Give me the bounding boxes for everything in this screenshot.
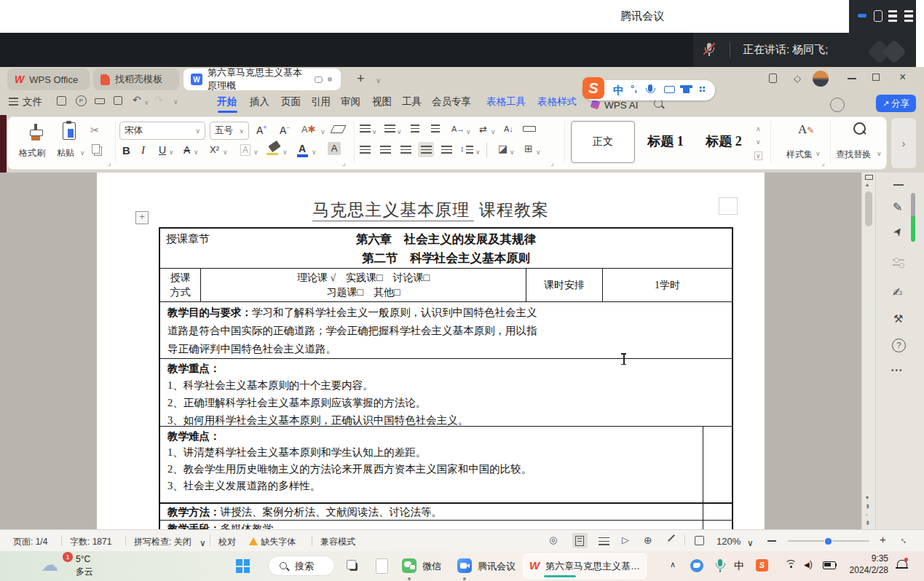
- select-cursor-icon[interactable]: ➤: [890, 224, 906, 240]
- menu-insert[interactable]: 插入: [250, 95, 269, 108]
- ruler-icon[interactable]: [523, 126, 536, 132]
- notification-bell-icon[interactable]: [897, 560, 907, 568]
- align-distribute-icon[interactable]: [441, 146, 452, 154]
- settings-sliders-icon[interactable]: [893, 258, 904, 266]
- menu-page[interactable]: 页面: [281, 95, 301, 108]
- redo-icon[interactable]: ↷: [154, 94, 163, 106]
- notepad-app-icon[interactable]: [376, 558, 388, 574]
- fullscreen-icon[interactable]: ↔: [898, 533, 912, 548]
- fit-page-icon[interactable]: [695, 536, 704, 545]
- ink-pen-icon[interactable]: [668, 534, 675, 542]
- bullet-list-icon[interactable]: [360, 125, 371, 133]
- task-view-icon[interactable]: [347, 560, 358, 572]
- skin-cube-icon[interactable]: ◇: [794, 73, 801, 84]
- tray-date[interactable]: 2024/2/28: [843, 565, 888, 575]
- status-missing-font[interactable]: 缺失字体: [261, 536, 296, 548]
- meeting-sidebar-toggle-icon[interactable]: [904, 10, 913, 22]
- wechat-label[interactable]: 微信: [422, 560, 441, 573]
- menu-table-tool[interactable]: 表格工具: [486, 95, 526, 108]
- tools-icon[interactable]: ⚒: [893, 312, 903, 325]
- menu-review[interactable]: 审阅: [341, 95, 360, 108]
- style-heading2-chip[interactable]: 标题 2: [696, 121, 751, 162]
- strikethrough-button[interactable]: A: [183, 144, 190, 156]
- document-canvas[interactable]: 马克思主义基本原理 课程教案 + 授课章节 第六章 社会主义的发展及其规律 第二…: [0, 173, 861, 529]
- wps-task-chip[interactable]: W 第六章马克思主义基本原: [523, 553, 647, 579]
- file-menu[interactable]: 文件: [23, 95, 42, 108]
- zoom-slider-thumb[interactable]: [824, 537, 832, 545]
- bold-button[interactable]: B: [122, 144, 130, 157]
- sort-direction-icon[interactable]: ⇄: [479, 124, 487, 135]
- paste-label[interactable]: 粘贴: [57, 147, 74, 159]
- font-size-select[interactable]: 五号∨: [210, 122, 249, 140]
- style-gallery-down-icon[interactable]: ∨: [756, 138, 761, 146]
- ime-punct-icon[interactable]: °,: [631, 83, 637, 94]
- search-pill[interactable]: 搜索: [268, 556, 335, 576]
- clipboard-launcher-icon[interactable]: ⌟: [108, 159, 111, 167]
- text-effect-icon[interactable]: A✱: [301, 124, 316, 135]
- ruler-toggle-icon[interactable]: [865, 175, 873, 180]
- zoom-value[interactable]: 120%: [716, 536, 741, 547]
- edit-pen-icon[interactable]: ✎: [893, 200, 902, 214]
- ime-mode-zh[interactable]: 中: [613, 84, 624, 98]
- next-page-icon[interactable]: ⇟: [865, 519, 871, 526]
- style-gallery-up-icon[interactable]: ∧: [756, 125, 761, 133]
- numbered-list-icon[interactable]: [384, 125, 395, 133]
- menu-view[interactable]: 视图: [372, 95, 392, 108]
- superscript-button[interactable]: X²: [210, 144, 219, 155]
- tray-expand-icon[interactable]: ∧: [670, 560, 676, 569]
- more-tools-icon[interactable]: •••: [891, 366, 904, 374]
- help-icon[interactable]: ?: [892, 339, 906, 352]
- italic-button[interactable]: I: [141, 144, 145, 157]
- tab-wps-home[interactable]: W WPS Office: [7, 68, 90, 90]
- meeting-app-icon[interactable]: [457, 558, 472, 573]
- tray-sogou-icon[interactable]: S: [756, 559, 768, 572]
- align-justify-icon[interactable]: [421, 146, 432, 154]
- eye-preview-icon[interactable]: ◎: [549, 534, 557, 545]
- meeting-window-icon[interactable]: [874, 10, 882, 22]
- tray-wifi-icon[interactable]: [785, 560, 797, 570]
- menu-table-style[interactable]: 表格样式: [537, 95, 577, 108]
- play-view-icon[interactable]: ▷: [622, 534, 629, 545]
- tray-battery-icon[interactable]: [823, 561, 836, 569]
- border-icon[interactable]: ⊞: [524, 143, 533, 154]
- indent-icon[interactable]: [431, 125, 440, 133]
- menu-wps-ai[interactable]: WPS AI: [604, 100, 639, 111]
- status-compat-mode[interactable]: 兼容模式: [320, 536, 355, 548]
- align-right-icon[interactable]: [400, 146, 411, 154]
- style-heading1-chip[interactable]: 标题 1: [638, 121, 693, 162]
- scroll-down-icon[interactable]: ▾: [866, 494, 869, 501]
- print-icon[interactable]: [95, 98, 105, 104]
- outdent-icon[interactable]: [411, 125, 419, 133]
- page-view-icon[interactable]: [575, 536, 584, 546]
- save-icon[interactable]: [57, 96, 66, 106]
- align-left-icon[interactable]: [360, 146, 371, 154]
- dock-window-icon[interactable]: [769, 74, 777, 83]
- sort-icon[interactable]: A↓: [504, 125, 513, 133]
- underline-button[interactable]: U: [159, 144, 166, 156]
- menu-reference[interactable]: 引用: [311, 95, 331, 108]
- style-body-chip[interactable]: 正文: [571, 121, 635, 163]
- sogou-toolbar[interactable]: S 中 °,: [583, 80, 715, 100]
- find-replace-label[interactable]: 查找替换: [836, 149, 871, 161]
- style-gallery-more-icon[interactable]: ∨: [754, 151, 762, 160]
- weather-condition[interactable]: 多云: [76, 566, 93, 578]
- file-menu-icon[interactable]: [9, 98, 18, 106]
- table-move-handle[interactable]: +: [135, 211, 149, 224]
- char-border-button[interactable]: A: [240, 144, 250, 156]
- scroll-up-icon[interactable]: ▴: [866, 181, 869, 188]
- char-shading-button[interactable]: A: [328, 142, 341, 155]
- status-proofread[interactable]: 校对: [218, 536, 236, 548]
- tray-mic-icon[interactable]: [715, 559, 725, 572]
- minimize-button[interactable]: [848, 78, 856, 79]
- scrollbar-thumb[interactable]: [865, 191, 872, 226]
- style-set-label[interactable]: 样式集: [786, 149, 813, 161]
- meeting-task-label[interactable]: 腾讯会议: [478, 560, 516, 573]
- tray-time[interactable]: 9:35: [858, 553, 888, 564]
- style-set-icon[interactable]: A✎: [798, 122, 814, 137]
- copy-icon[interactable]: [92, 144, 100, 154]
- status-page[interactable]: 页面: 1/4: [13, 536, 47, 548]
- start-button[interactable]: [236, 559, 250, 573]
- browse-object-icon[interactable]: ▫: [866, 512, 868, 518]
- tray-360-icon[interactable]: [690, 559, 703, 572]
- undo-icon[interactable]: ↶: [133, 94, 141, 106]
